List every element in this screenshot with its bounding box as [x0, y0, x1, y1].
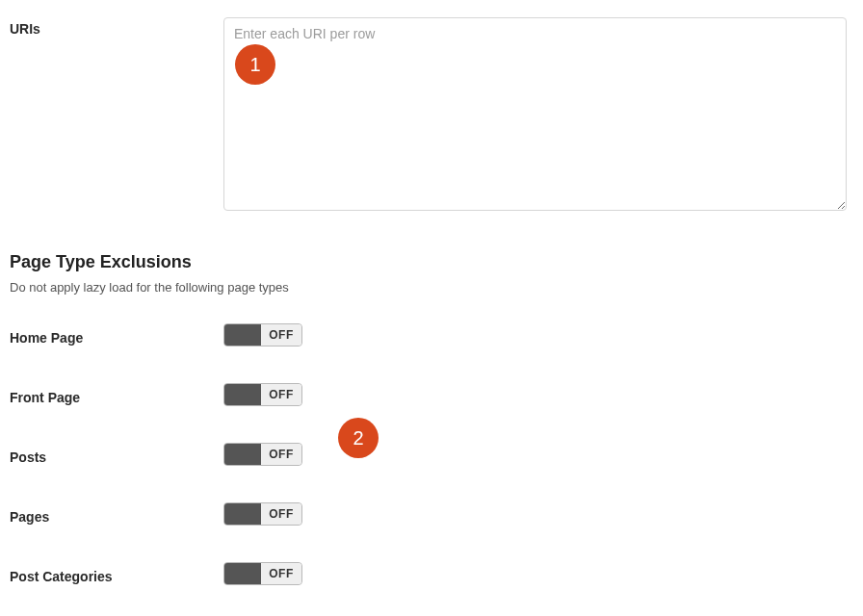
settings-form: 1 2 URIs Page Type Exclusions Do not app…	[0, 0, 863, 587]
toggle-state-text: OFF	[261, 503, 301, 525]
toggle-label-home-page: Home Page	[10, 326, 223, 346]
toggle-row-post-categories: Post Categories OFF	[10, 562, 853, 587]
toggle-knob	[224, 563, 261, 584]
toggle-posts[interactable]: OFF	[223, 443, 302, 466]
toggle-post-categories[interactable]: OFF	[223, 562, 302, 585]
toggle-state-text: OFF	[261, 444, 301, 465]
annotation-badge-1: 1	[235, 44, 275, 85]
page-type-exclusions-sub: Do not apply lazy load for the following…	[10, 280, 853, 295]
toggle-state-text: OFF	[261, 384, 301, 405]
toggle-state-text: OFF	[261, 563, 301, 584]
uris-textarea[interactable]	[223, 17, 847, 211]
toggle-knob	[224, 503, 261, 525]
toggle-row-home-page: Home Page OFF	[10, 323, 853, 348]
toggle-label-front-page: Front Page	[10, 386, 223, 405]
toggle-row-posts: Posts OFF	[10, 443, 853, 468]
toggle-state-text: OFF	[261, 324, 301, 346]
toggle-label-pages: Pages	[10, 505, 223, 525]
toggle-row-front-page: Front Page OFF	[10, 383, 853, 408]
toggle-label-post-categories: Post Categories	[10, 565, 223, 584]
toggle-knob	[224, 324, 261, 346]
uris-control	[223, 17, 853, 214]
uris-row: URIs	[10, 17, 853, 214]
toggle-row-pages: Pages OFF	[10, 502, 853, 527]
toggle-knob	[224, 384, 261, 405]
uris-label: URIs	[10, 17, 223, 37]
toggle-home-page[interactable]: OFF	[223, 323, 302, 346]
toggle-knob	[224, 444, 261, 465]
toggle-pages[interactable]: OFF	[223, 502, 302, 526]
toggle-label-posts: Posts	[10, 446, 223, 465]
annotation-badge-2: 2	[338, 418, 379, 458]
toggle-front-page[interactable]: OFF	[223, 383, 302, 406]
page-type-exclusions-heading: Page Type Exclusions	[10, 252, 853, 272]
